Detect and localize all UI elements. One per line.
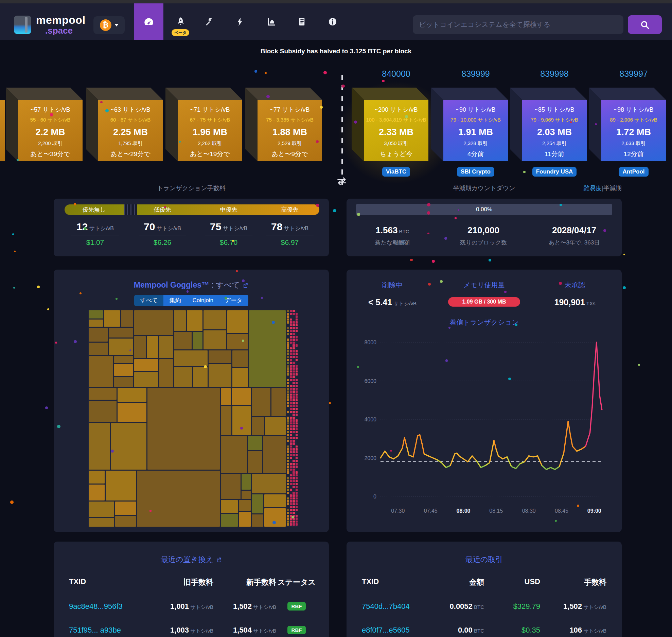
- treemap-cell: [296, 365, 298, 367]
- treemap-cell: [159, 359, 173, 387]
- mining-pool-badge[interactable]: AntPool: [619, 167, 648, 177]
- stat-label: メモリ使用量: [437, 280, 532, 290]
- mined-block[interactable]: ~200 サトシ/vB100 - 3,604,819 サトシ/vB2.33 MB…: [352, 88, 428, 161]
- treemap-cell: [293, 310, 295, 312]
- replacement-fee: 1,504 サトシ/vB: [201, 626, 276, 635]
- fee-rate: 75 サトシ/vB: [195, 221, 263, 233]
- treemap-cell: [296, 454, 298, 456]
- fee-rate: 78 サトシ/vB: [256, 221, 324, 233]
- stat-value: < 5.41 サトシ/vB: [345, 297, 440, 307]
- treemap-cell: [290, 512, 292, 514]
- mining-pool-badge[interactable]: Foundry USA: [532, 167, 577, 177]
- treemap-cell: [209, 364, 231, 387]
- nav-dashboard-tab[interactable]: [134, 3, 163, 40]
- mempool-block[interactable]: ~77 サトシ/vB75 - 3,385 サトシ/vB1.88 MB2,529 …: [245, 88, 322, 161]
- transactions-header: 手数料: [547, 577, 606, 587]
- block-front-face: ~71 サトシ/vB67 - 75 サトシ/vB1.96 MB2,262 取引あ…: [178, 100, 242, 161]
- mined-block[interactable]: ~90 サトシ/vB79 - 10,000 サトシ/vB1.91 MB2,328…: [431, 88, 508, 161]
- mined-block[interactable]: ~85 サトシ/vB79 - 9,069 サトシ/vB2.03 MB2,254 …: [510, 88, 587, 161]
- goggles-tab-集約[interactable]: 集約: [163, 295, 187, 306]
- replacement-txid[interactable]: 9ac8e48...956f3: [69, 602, 137, 611]
- treemap-cell: [221, 514, 238, 527]
- mempool-treemap[interactable]: [88, 310, 297, 527]
- goggles-tab-すべて[interactable]: すべて: [134, 295, 163, 306]
- block-side-face: [6, 88, 18, 161]
- transaction-txid[interactable]: e8f0f7...e5605: [362, 626, 437, 635]
- fee-divider: [205, 236, 252, 236]
- block-height[interactable]: 840000: [364, 69, 428, 79]
- fee-rate-unit: サトシ/vB: [88, 225, 114, 231]
- block-height[interactable]: 839997: [601, 69, 666, 79]
- goggles-title-link[interactable]: Mempool Goggles™ : すべて: [54, 280, 329, 290]
- block-height[interactable]: 839998: [522, 69, 587, 79]
- treemap-cell: [252, 388, 270, 416]
- difficulty-link[interactable]: 難易度: [583, 185, 602, 192]
- treemap-cell: [264, 508, 286, 527]
- nav-graphs[interactable]: [261, 3, 281, 40]
- treemap-cell: [287, 486, 289, 488]
- incoming-transactions-chart: 0200040006000800007:3007:4508:0008:1508:…: [357, 333, 618, 520]
- transaction-dot: [329, 402, 331, 404]
- fee-divider: [71, 236, 119, 236]
- treemap-cell: [287, 521, 289, 523]
- mempool-block[interactable]: ~71 サトシ/vB67 - 75 サトシ/vB1.96 MB2,262 取引あ…: [165, 88, 242, 161]
- block-top-face: [6, 88, 83, 100]
- treemap-cell: [293, 509, 295, 511]
- halving-link[interactable]: 半減期: [603, 185, 622, 192]
- transaction-fee: 106 サトシ/vB: [547, 626, 606, 635]
- treemap-cell: [296, 379, 298, 381]
- amount-value: 0.0052: [450, 602, 473, 611]
- transaction-fees-panel: 優先無し 低優先中優先高優先 12 サトシ/vB$1.0770 サトシ/vB$6…: [54, 199, 329, 256]
- mempool-logo[interactable]: mempool .space: [14, 15, 86, 35]
- treemap-cell: [296, 463, 298, 465]
- transaction-dot: [265, 72, 267, 74]
- replacements-header: TXID: [69, 577, 137, 586]
- mining-pool-badge[interactable]: ViaBTC: [382, 167, 410, 177]
- treemap-cell: [293, 339, 295, 341]
- treemap-cell: [296, 356, 298, 358]
- goggles-tab-データ[interactable]: データ: [219, 295, 248, 306]
- treemap-cell: [296, 313, 298, 315]
- stat-value: 190,901 TXs: [527, 297, 622, 307]
- treemap-cell: [290, 313, 292, 315]
- transactions-title-link[interactable]: 最近の取引: [347, 554, 622, 565]
- search-button[interactable]: [628, 15, 662, 34]
- fee-unit: サトシ/vB: [582, 604, 606, 610]
- transaction-dot: [432, 260, 435, 263]
- mempool-block[interactable]: ~57 サトシ/vB55 - 60 サトシ/vB2.2 MB2,200 取引あと…: [6, 88, 83, 161]
- transaction-txid[interactable]: 7540d...7b404: [362, 602, 437, 611]
- mined-block[interactable]: ~98 サトシ/vB89 - 2,006 サトシ/vB1.72 MB2,633 …: [589, 88, 666, 161]
- nav-mining[interactable]: [199, 3, 220, 40]
- treemap-cell: [287, 396, 289, 399]
- halving-stat-column: 2028/04/17あと〜3年で, 363日: [530, 225, 618, 247]
- treemap-cell: [293, 367, 295, 370]
- transaction-dot: [623, 286, 626, 289]
- block-tx-count: 2,529 取引: [278, 140, 302, 147]
- goggles-tab-Coinjoin[interactable]: Coinjoin: [187, 295, 219, 306]
- fee-rate-value: 75: [210, 221, 221, 232]
- search-input[interactable]: [413, 15, 623, 34]
- nav-docs[interactable]: [292, 3, 312, 40]
- nav-lightning[interactable]: [230, 3, 250, 40]
- block-height[interactable]: 839999: [443, 69, 508, 79]
- treemap-cell: [293, 428, 295, 431]
- block-median-fee: ~200 サトシ/vB: [375, 106, 418, 114]
- block-fee-range: 55 - 60 サトシ/vB: [30, 117, 71, 123]
- transaction-dot: [45, 406, 48, 409]
- fee-divider: [139, 236, 186, 236]
- replacement-txid[interactable]: 751f95... a93be: [69, 626, 137, 635]
- treemap-cell: [287, 434, 289, 436]
- network-selector[interactable]: ₿: [93, 16, 125, 34]
- mempool-block[interactable]: ~63 サトシ/vB60 - 67 サトシ/vB2.25 MB1,795 取引あ…: [86, 88, 163, 161]
- treemap-cell: [252, 417, 264, 435]
- replacements-title-link[interactable]: 最近の置き換え: [54, 554, 329, 565]
- svg-text:07:30: 07:30: [391, 508, 405, 514]
- treemap-cell: [296, 437, 298, 439]
- treemap-cell: [293, 523, 295, 526]
- treemap-cell: [296, 500, 298, 503]
- svg-text:6000: 6000: [364, 378, 376, 384]
- nav-about[interactable]: [322, 3, 343, 40]
- treemap-cell: [290, 336, 292, 338]
- treemap-cell: [287, 425, 289, 427]
- mining-pool-badge[interactable]: SBI Crypto: [457, 167, 494, 177]
